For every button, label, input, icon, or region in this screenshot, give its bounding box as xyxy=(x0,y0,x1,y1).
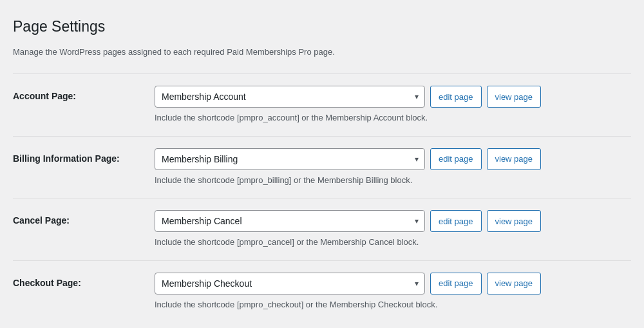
select-account[interactable]: Membership AccountMembership BillingMemb… xyxy=(155,86,425,108)
row-label-billing: Billing Information Page: xyxy=(13,148,155,166)
edit-page-button-account[interactable]: edit page xyxy=(430,86,482,108)
settings-row-cancel: Cancel Page:Membership AccountMembership… xyxy=(13,198,631,260)
select-cancel[interactable]: Membership AccountMembership BillingMemb… xyxy=(155,210,425,232)
row-controls-account: Membership AccountMembership BillingMemb… xyxy=(155,86,631,108)
select-wrapper-account: Membership AccountMembership BillingMemb… xyxy=(155,86,425,108)
view-page-button-account[interactable]: view page xyxy=(487,86,542,108)
view-page-button-cancel[interactable]: view page xyxy=(487,210,542,232)
page-description: Manage the WordPress pages assigned to e… xyxy=(13,46,631,59)
select-checkout[interactable]: Membership AccountMembership BillingMemb… xyxy=(155,273,425,294)
settings-rows: Account Page:Membership AccountMembershi… xyxy=(13,73,631,322)
page-title: Page Settings xyxy=(13,15,631,38)
row-content-cancel: Membership AccountMembership BillingMemb… xyxy=(155,210,631,249)
row-hint-account: Include the shortcode [pmpro_account] or… xyxy=(155,111,631,124)
row-controls-checkout: Membership AccountMembership BillingMemb… xyxy=(155,273,631,294)
view-page-button-billing[interactable]: view page xyxy=(487,148,542,170)
select-wrapper-checkout: Membership AccountMembership BillingMemb… xyxy=(155,273,425,294)
row-content-account: Membership AccountMembership BillingMemb… xyxy=(155,86,631,124)
row-label-account: Account Page: xyxy=(13,86,155,103)
select-wrapper-billing: Membership AccountMembership BillingMemb… xyxy=(155,148,425,170)
edit-page-button-billing[interactable]: edit page xyxy=(430,148,482,170)
row-content-billing: Membership AccountMembership BillingMemb… xyxy=(155,148,631,187)
row-controls-billing: Membership AccountMembership BillingMemb… xyxy=(155,148,631,170)
edit-page-button-cancel[interactable]: edit page xyxy=(430,210,482,232)
settings-row-account: Account Page:Membership AccountMembershi… xyxy=(13,73,631,136)
settings-row-billing: Billing Information Page:Membership Acco… xyxy=(13,136,631,198)
settings-row-checkout: Checkout Page:Membership AccountMembersh… xyxy=(13,260,631,323)
row-hint-cancel: Include the shortcode [pmpro_cancel] or … xyxy=(155,236,631,249)
row-label-checkout: Checkout Page: xyxy=(13,273,155,290)
row-hint-checkout: Include the shortcode [pmpro_checkout] o… xyxy=(155,298,631,311)
row-controls-cancel: Membership AccountMembership BillingMemb… xyxy=(155,210,631,232)
page-container: Page Settings Manage the WordPress pages… xyxy=(0,0,644,328)
row-label-cancel: Cancel Page: xyxy=(13,210,155,227)
view-page-button-checkout[interactable]: view page xyxy=(487,273,542,294)
row-hint-billing: Include the shortcode [pmpro_billing] or… xyxy=(155,174,631,187)
select-billing[interactable]: Membership AccountMembership BillingMemb… xyxy=(155,148,425,170)
edit-page-button-checkout[interactable]: edit page xyxy=(430,273,482,294)
row-content-checkout: Membership AccountMembership BillingMemb… xyxy=(155,273,631,311)
select-wrapper-cancel: Membership AccountMembership BillingMemb… xyxy=(155,210,425,232)
